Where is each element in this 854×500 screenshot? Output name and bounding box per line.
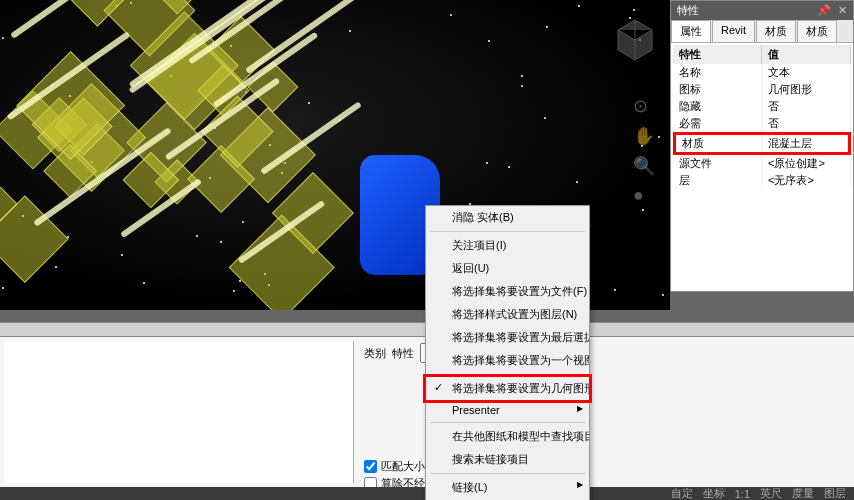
context-menu: 消隐 实体(B)关注项目(I)返回(U)将选择集将要设置为文件(F)将选择样式设… xyxy=(425,205,590,500)
status-item[interactable]: 自定 xyxy=(671,486,693,500)
panel-tabs: 属性 Revit 材质 材质 xyxy=(671,20,853,43)
status-item[interactable]: 图层 xyxy=(824,486,846,500)
property-grid: 特性 值 名称文本图标几何图形隐藏否必需否材质混凝土层源文件<原位创建>层<无序… xyxy=(671,43,853,191)
panel-titlebar[interactable]: 特性 📌 ✕ xyxy=(671,1,853,20)
status-item[interactable]: 英尺 xyxy=(760,486,782,500)
prop-val: 几何图形 xyxy=(762,81,851,98)
panel-title: 特性 xyxy=(677,3,699,18)
menu-separator xyxy=(430,473,585,474)
property-row[interactable]: 层<无序表> xyxy=(673,172,851,189)
tab-properties[interactable]: 属性 xyxy=(671,20,711,42)
nav-tools[interactable]: ⊙ ✋ 🔍 ● xyxy=(633,95,655,206)
menu-item[interactable]: 将选择集将要设置为文件(F) xyxy=(426,280,589,303)
menu-item[interactable]: 消隐 实体(B) xyxy=(426,206,589,229)
property-row[interactable]: 名称文本 xyxy=(673,64,851,81)
prop-key: 源文件 xyxy=(673,155,762,172)
tab-revit[interactable]: Revit xyxy=(712,20,755,42)
tab-material[interactable]: 材质 xyxy=(756,20,796,42)
status-item[interactable]: 坐标 xyxy=(703,486,725,500)
zoom-icon[interactable]: 🔍 xyxy=(633,155,655,177)
prop-val: 文本 xyxy=(762,64,851,81)
status-item[interactable]: 1:1 xyxy=(735,488,750,500)
orbit-icon[interactable]: ⊙ xyxy=(633,95,655,117)
col-header-key: 特性 xyxy=(673,45,762,64)
menu-item[interactable]: 关注项目(I) xyxy=(426,234,589,257)
prop-key: 名称 xyxy=(673,64,762,81)
close-icon[interactable]: ✕ xyxy=(838,4,847,16)
filter-label: 类别 xyxy=(364,346,386,361)
menu-item[interactable]: 将选择集将要设置为一个视图(W) xyxy=(426,349,589,372)
menu-item[interactable]: 将选择样式设置为图层(N) xyxy=(426,303,589,326)
match-case-checkbox[interactable] xyxy=(364,460,377,473)
prop-val: 混凝土层 xyxy=(762,135,848,152)
prop-key: 必需 xyxy=(673,115,762,132)
property-row[interactable]: 隐藏否 xyxy=(673,98,851,115)
prop-key: 材质 xyxy=(676,135,762,152)
menu-item[interactable]: 返回(U) xyxy=(426,257,589,280)
tab-material2[interactable]: 材质 xyxy=(797,20,837,42)
properties-panel: 特性 📌 ✕ 属性 Revit 材质 材质 特性 值 名称文本图标几何图形隐藏否… xyxy=(670,0,854,292)
property-row[interactable]: 源文件<原位创建> xyxy=(673,155,851,172)
col-header-val: 值 xyxy=(762,45,851,64)
crystal-cluster xyxy=(0,0,400,290)
dot-icon[interactable]: ● xyxy=(633,185,655,206)
pin-icon[interactable]: 📌 xyxy=(817,4,831,16)
property-row[interactable]: 材质混凝土层 xyxy=(673,132,851,155)
menu-separator xyxy=(430,422,585,423)
prop-key: 图标 xyxy=(673,81,762,98)
prop-val: 否 xyxy=(762,98,851,115)
results-area xyxy=(4,341,354,483)
property-row[interactable]: 必需否 xyxy=(673,115,851,132)
menu-item[interactable]: 链接(L) xyxy=(426,476,589,499)
menu-item[interactable]: 在共他图纸和模型中查找项目(I) xyxy=(426,425,589,448)
filter-btn[interactable]: 特性 xyxy=(392,346,414,361)
property-row[interactable]: 图标几何图形 xyxy=(673,81,851,98)
prop-val: 否 xyxy=(762,115,851,132)
menu-item[interactable]: 将选择集将要设置为最后選択的対象(F) xyxy=(426,326,589,349)
prop-key: 隐藏 xyxy=(673,98,762,115)
view-cube[interactable] xyxy=(610,15,660,65)
prop-val: <原位创建> xyxy=(762,155,851,172)
menu-item[interactable]: Presenter xyxy=(426,400,589,420)
prop-key: 层 xyxy=(673,172,762,189)
menu-item[interactable]: 搜索未链接项目 xyxy=(426,448,589,471)
menu-item[interactable]: 将选择集将要设置为几何图形(G) xyxy=(423,374,592,403)
menu-separator xyxy=(430,231,585,232)
status-item[interactable]: 度量 xyxy=(792,486,814,500)
prop-val: <无序表> xyxy=(762,172,851,189)
pan-icon[interactable]: ✋ xyxy=(633,125,655,147)
